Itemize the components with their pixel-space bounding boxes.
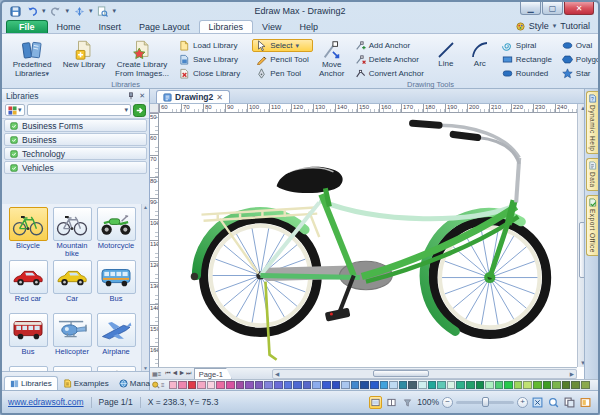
color-swatch[interactable] xyxy=(236,381,245,390)
rectangle-tool-button[interactable]: Rectangle xyxy=(498,53,556,66)
fit-window-button[interactable] xyxy=(531,396,544,409)
panel-tab-examples[interactable]: Examples xyxy=(58,377,114,390)
close-button[interactable]: ✕ xyxy=(564,2,594,15)
color-swatch[interactable] xyxy=(293,381,302,390)
color-swatch[interactable] xyxy=(523,381,532,390)
color-swatch[interactable] xyxy=(360,381,369,390)
rounded-tool-button[interactable]: Rounded xyxy=(498,67,556,80)
color-swatch[interactable] xyxy=(351,381,360,390)
library-item-helicopter[interactable]: Helicopter xyxy=(50,313,94,364)
color-swatch[interactable] xyxy=(264,381,273,390)
palette-menu-icon[interactable] xyxy=(152,381,160,389)
side-tab-data[interactable]: Data xyxy=(586,158,598,191)
scroll-left-icon[interactable]: ◀ xyxy=(275,371,279,377)
oval-tool-button[interactable]: Oval xyxy=(558,39,600,52)
color-swatch[interactable] xyxy=(303,381,312,390)
library-item-motorcycle[interactable]: Motorcycle xyxy=(94,207,138,258)
color-swatch[interactable] xyxy=(571,381,580,390)
category-vehicles[interactable]: Vehicles xyxy=(4,161,147,174)
normal-view-button[interactable] xyxy=(369,396,382,409)
library-item-bicycle[interactable]: Bicycle xyxy=(6,207,50,258)
arc-tool-button[interactable]: Arc xyxy=(464,37,496,69)
page-nav-buttons[interactable]: ⏮ ◀ ▶ ⏭ xyxy=(163,370,194,377)
star-tool-button[interactable]: Star xyxy=(558,67,600,80)
color-swatch[interactable] xyxy=(447,381,456,390)
close-library-button[interactable]: Close Library xyxy=(175,67,244,80)
zoom-in-button[interactable]: + xyxy=(517,397,528,408)
line-tool-button[interactable]: Line xyxy=(430,37,462,69)
color-swatch[interactable] xyxy=(428,381,437,390)
page-menu-icon[interactable]: ▦≡ xyxy=(150,370,163,377)
save-library-button[interactable]: Save Library xyxy=(175,53,244,66)
tab-file[interactable]: File xyxy=(6,20,48,33)
scroll-right-icon[interactable]: ▶ xyxy=(570,371,574,377)
color-swatch[interactable] xyxy=(284,381,293,390)
zoom-area-button[interactable] xyxy=(547,396,560,409)
search-input[interactable]: ▾ xyxy=(27,104,131,116)
side-tab-dynamic-help[interactable]: ?Dynamic Help xyxy=(586,91,598,154)
category-business[interactable]: Business xyxy=(4,133,147,146)
predefined-libraries-button[interactable]: Predefined Libraries▾ xyxy=(7,37,57,80)
load-library-button[interactable]: Load Library xyxy=(175,39,244,52)
website-link[interactable]: www.edrawsoft.com xyxy=(8,397,84,407)
color-swatch[interactable] xyxy=(437,381,446,390)
color-swatch[interactable] xyxy=(466,381,475,390)
color-swatch[interactable] xyxy=(245,381,254,390)
tab-page-layout[interactable]: Page Layout xyxy=(130,21,199,33)
tutorial-button[interactable]: Tutorial xyxy=(560,21,590,31)
tab-libraries[interactable]: Libraries xyxy=(199,20,254,33)
new-library-button[interactable]: New Library xyxy=(59,37,109,71)
fullscreen-view-button[interactable] xyxy=(401,396,414,409)
zoom-out-button[interactable]: − xyxy=(442,397,453,408)
library-item-red-car[interactable]: Red car xyxy=(6,260,50,311)
color-swatch[interactable] xyxy=(370,381,379,390)
pin-icon[interactable] xyxy=(127,92,135,100)
redo-button[interactable] xyxy=(49,5,63,17)
navigate-button[interactable] xyxy=(72,5,86,17)
tab-view[interactable]: View xyxy=(253,21,290,33)
library-item-mountain-bike[interactable]: Mountain bike xyxy=(50,207,94,258)
search-go-button[interactable] xyxy=(133,104,146,117)
polygon-tool-button[interactable]: Polygon xyxy=(558,53,600,66)
library-item-bus[interactable]: Bus xyxy=(94,260,138,311)
palette-more-icon[interactable]: ≡ xyxy=(161,382,165,388)
zoom-slider-thumb[interactable] xyxy=(482,397,489,407)
color-swatch[interactable] xyxy=(504,381,513,390)
color-swatch[interactable] xyxy=(476,381,485,390)
undo-caret-icon[interactable]: ▾ xyxy=(42,7,46,15)
side-tab-export-office[interactable]: Export Office xyxy=(586,195,598,256)
color-swatch[interactable] xyxy=(456,381,465,390)
panel-tab-libraries[interactable]: Libraries xyxy=(4,376,58,390)
color-swatch[interactable] xyxy=(485,381,494,390)
move-anchor-button[interactable]: Move Anchor xyxy=(315,37,349,80)
multi-page-button[interactable] xyxy=(563,396,576,409)
page-tab[interactable]: Page-1 xyxy=(194,368,232,379)
filter-dropdown[interactable]: ▾ xyxy=(5,104,25,116)
color-swatch[interactable] xyxy=(418,381,427,390)
create-library-from-images-button[interactable]: Create Library From Images... xyxy=(111,37,173,80)
convert-anchor-button[interactable]: Convert Anchor xyxy=(351,67,428,80)
save-button[interactable] xyxy=(8,5,22,17)
color-swatch[interactable] xyxy=(581,381,590,390)
style-button[interactable]: Style xyxy=(529,21,549,31)
undo-button[interactable] xyxy=(25,5,39,17)
color-swatch[interactable] xyxy=(188,381,197,390)
color-swatch[interactable] xyxy=(562,381,571,390)
select-tool-button[interactable]: Select▾ xyxy=(252,39,313,52)
color-swatch[interactable] xyxy=(380,381,389,390)
color-swatch[interactable] xyxy=(389,381,398,390)
tab-insert[interactable]: Insert xyxy=(90,21,131,33)
color-swatch[interactable] xyxy=(332,381,341,390)
tab-home[interactable]: Home xyxy=(48,21,90,33)
panel-scrollbar[interactable]: ▲▼ xyxy=(141,204,149,371)
page-view-button[interactable] xyxy=(385,396,398,409)
delete-anchor-button[interactable]: Delete Anchor xyxy=(351,53,428,66)
color-swatch[interactable] xyxy=(399,381,408,390)
minimize-button[interactable]: ▁ xyxy=(520,2,541,15)
horizontal-scroll-thumb[interactable] xyxy=(373,370,429,377)
maximize-button[interactable]: ▢ xyxy=(542,2,563,15)
add-anchor-button[interactable]: Add Anchor xyxy=(351,39,428,52)
color-swatch[interactable] xyxy=(552,381,561,390)
color-swatch[interactable] xyxy=(169,381,178,390)
zoom-slider[interactable] xyxy=(456,401,514,404)
